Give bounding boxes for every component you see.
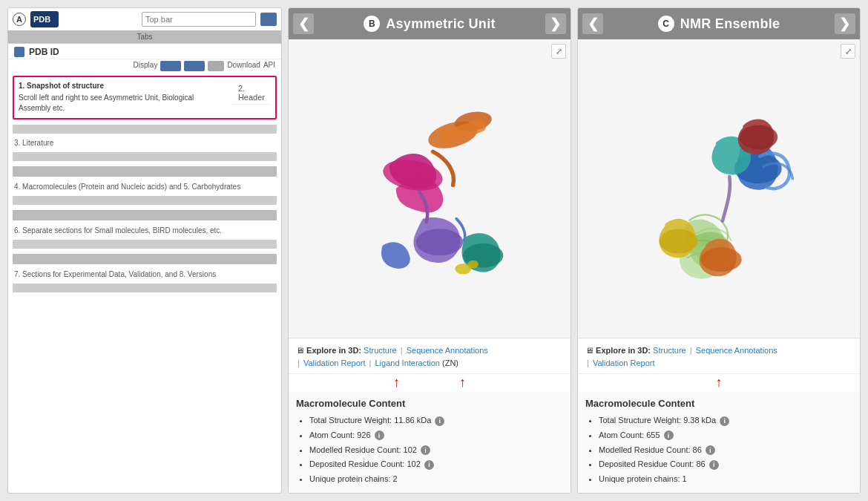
gray-bar-5	[13, 210, 277, 220]
right-arrow-icon: ❯	[550, 16, 561, 32]
panel-b-structure-link[interactable]: Structure	[364, 346, 397, 355]
panel-b-explore-icon: 🖥	[296, 346, 304, 355]
panel-b-next-button[interactable]: ❯	[545, 13, 566, 34]
svg-point-9	[467, 261, 478, 269]
list-item: Total Structure Weight: 9.38 kDa i	[599, 413, 852, 428]
gray-bar-6	[13, 240, 277, 249]
panel-c-explore-icon: 🖥	[585, 346, 594, 355]
info-icon[interactable]: i	[421, 445, 430, 455]
gray-bar-4	[13, 196, 277, 205]
panel-c-macromolecule: Macromolecule Content Total Structure We…	[578, 392, 860, 493]
pdb-id-row: PDB ID	[8, 44, 281, 59]
svg-point-10	[659, 229, 697, 253]
snapshot-desc: Scroll left and right to see Asymmetric …	[19, 93, 226, 114]
panel-b-macro-list: Total Structure Weight: 11.86 kDa i Atom…	[296, 413, 563, 487]
info-icon[interactable]: i	[706, 445, 715, 455]
list-item: Total Structure Weight: 11.86 kDa i	[309, 413, 563, 428]
panel-b: ❮ B Asymmetric Unit ❯	[288, 7, 571, 494]
panel-b-explore-row: 🖥 Explore in 3D: Structure | Sequence An…	[289, 338, 571, 374]
panel-b-ligand-suffix-text: (ZN)	[442, 358, 458, 367]
panel-b-circle: B	[364, 16, 380, 32]
panel-b-title: Asymmetric Unit	[386, 16, 496, 32]
left-arrow-icon: ❮	[298, 16, 309, 32]
panel-b-validation-link[interactable]: Validation Report	[303, 358, 366, 367]
panel-c-sequence-link[interactable]: Sequence Annotations	[696, 346, 777, 355]
svg-text:PDB: PDB	[33, 15, 50, 24]
snapshot-right: 2. Header	[232, 82, 271, 114]
topbar-input[interactable]	[142, 12, 256, 27]
panel-c-title: NMR Ensemble	[680, 16, 780, 32]
gray-bar-2	[13, 152, 277, 161]
info-icon[interactable]: i	[435, 416, 444, 426]
pdb-id-label: PDB ID	[29, 47, 275, 57]
snapshot-content: 1. Snapshot of structure Scroll left and…	[19, 82, 226, 114]
right-arrow-icon-c: ❯	[839, 16, 850, 32]
pdb-icon	[14, 47, 24, 57]
list-item: Unique protein chains: 1	[599, 472, 852, 487]
display-label: Display	[134, 61, 158, 71]
panel-b-arrow-2: ↑	[459, 376, 466, 389]
panel-b-prev-button[interactable]: ❮	[293, 13, 314, 34]
info-icon[interactable]: i	[709, 460, 719, 470]
panel-b-macromolecule: Macromolecule Content Total Structure We…	[289, 392, 571, 493]
info-icon[interactable]: i	[720, 416, 729, 426]
list-item: Unique protein chains: 2	[309, 472, 563, 487]
panel-b-ligand-link[interactable]: Ligand Interaction	[375, 358, 439, 367]
svg-point-6	[416, 229, 463, 255]
gray-bar-7	[13, 254, 277, 264]
left-arrow-icon-c: ❮	[588, 16, 599, 32]
snapshot-section: 1. Snapshot of structure Scroll left and…	[13, 76, 277, 119]
svg-point-11	[700, 247, 741, 272]
panel-c-arrow-1: ↑	[716, 376, 723, 389]
panel-c-circle: C	[658, 16, 674, 32]
panel-b-arrows: ↑ ↑	[289, 374, 571, 392]
pdb-logo: PDB	[30, 11, 59, 27]
gray-bar-8	[13, 284, 277, 292]
panel-c-header: ❮ C NMR Ensemble ❯	[578, 8, 860, 39]
panel-b-molecule-svg	[315, 85, 545, 292]
panel-b-macro-title: Macromolecule Content	[296, 398, 563, 409]
panel-c-info: 🖥 Explore in 3D: Structure | Sequence An…	[578, 338, 860, 493]
info-icon[interactable]: i	[424, 460, 434, 470]
panel-a-circle: A	[13, 13, 26, 26]
panel-c-title-wrap: C NMR Ensemble	[658, 16, 780, 32]
panel-c-next-button[interactable]: ❯	[835, 13, 855, 34]
experimental-label: 7. Sections for Experimental Data, Valid…	[8, 267, 281, 281]
api-button[interactable]	[208, 61, 224, 71]
panel-c-arrows: ↑	[578, 374, 860, 392]
panel-c-structure-link[interactable]: Structure	[653, 346, 686, 355]
panel-c-prev-button[interactable]: ❮	[582, 13, 603, 34]
gray-bar-3	[13, 166, 277, 177]
panel-b-info: 🖥 Explore in 3D: Structure | Sequence An…	[289, 338, 571, 493]
list-item: Deposited Residue Count: 102 i	[309, 457, 563, 472]
list-item: Modelled Residue Count: 102 i	[309, 443, 563, 458]
panel-c-molecule-svg	[610, 88, 829, 289]
download-button[interactable]	[184, 61, 205, 71]
panel-c: ❮ C NMR Ensemble ❯	[577, 7, 861, 494]
panel-c-macro-title: Macromolecule Content	[585, 398, 852, 409]
panel-c-explore-row: 🖥 Explore in 3D: Structure | Sequence An…	[578, 338, 860, 374]
api-text: API	[263, 61, 275, 71]
panel-c-viewer: ⤢	[578, 39, 860, 338]
panel-c-validation-link[interactable]: Validation Report	[593, 358, 655, 367]
panel-b-sequence-link[interactable]: Sequence Annotations	[407, 346, 488, 355]
list-item: Atom Count: 926 i	[309, 428, 563, 443]
tabs-label: Tabs	[137, 33, 152, 41]
small-molecules-label: 6. Separate sections for Small molecules…	[8, 223, 281, 238]
panel-b-explore-label: Explore in 3D:	[306, 346, 361, 355]
topbar-button[interactable]	[260, 13, 277, 26]
tabs-bar: Tabs	[8, 30, 281, 44]
panel-c-explore-label: Explore in 3D:	[596, 346, 651, 355]
panel-a: A PDB Tabs PDB ID Display Download API D…	[7, 7, 282, 494]
display-button[interactable]	[160, 61, 181, 71]
info-icon[interactable]: i	[375, 430, 384, 440]
panel-a-header: A PDB	[8, 8, 281, 30]
header-label: 2. Header	[232, 82, 271, 105]
panel-c-expand-icon[interactable]: ⤢	[841, 44, 855, 59]
panel-b-viewer: ⤢	[289, 39, 571, 338]
macromolecules-label: 4. Macromolecules (Protein and Nucleic a…	[8, 180, 281, 194]
panel-b-arrow-1: ↑	[393, 376, 400, 389]
panel-b-expand-icon[interactable]: ⤢	[551, 44, 566, 59]
info-icon[interactable]: i	[664, 430, 674, 440]
panel-c-macro-list: Total Structure Weight: 9.38 kDa i Atom …	[585, 413, 852, 487]
